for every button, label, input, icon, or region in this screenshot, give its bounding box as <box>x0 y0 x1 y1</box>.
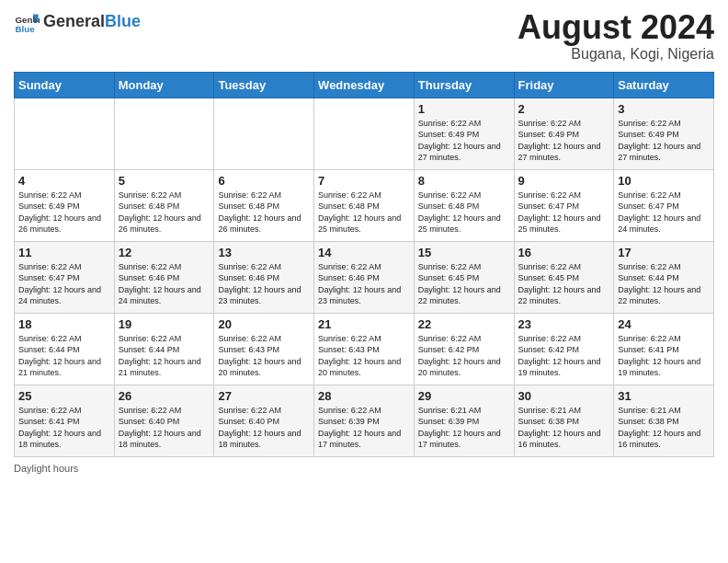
table-row: 11Sunrise: 6:22 AM Sunset: 6:47 PM Dayli… <box>15 241 115 313</box>
day-info: Sunrise: 6:22 AM Sunset: 6:47 PM Dayligh… <box>518 190 610 236</box>
day-number: 4 <box>18 174 110 188</box>
day-info: Sunrise: 6:21 AM Sunset: 6:38 PM Dayligh… <box>618 405 710 451</box>
table-row: 2Sunrise: 6:22 AM Sunset: 6:49 PM Daylig… <box>514 98 614 169</box>
location: Bugana, Kogi, Nigeria <box>518 46 714 63</box>
day-info: Sunrise: 6:22 AM Sunset: 6:44 PM Dayligh… <box>119 333 210 379</box>
day-number: 8 <box>418 174 510 188</box>
day-info: Sunrise: 6:22 AM Sunset: 6:48 PM Dayligh… <box>119 190 210 236</box>
day-info: Sunrise: 6:22 AM Sunset: 6:42 PM Dayligh… <box>418 333 510 379</box>
table-row: 23Sunrise: 6:22 AM Sunset: 6:42 PM Dayli… <box>514 313 614 385</box>
day-info: Sunrise: 6:22 AM Sunset: 6:46 PM Dayligh… <box>119 261 210 307</box>
table-row: 18Sunrise: 6:22 AM Sunset: 6:44 PM Dayli… <box>15 313 115 385</box>
table-row: 29Sunrise: 6:21 AM Sunset: 6:39 PM Dayli… <box>414 385 514 456</box>
table-row: 7Sunrise: 6:22 AM Sunset: 6:48 PM Daylig… <box>314 169 415 241</box>
day-info: Sunrise: 6:22 AM Sunset: 6:41 PM Dayligh… <box>618 333 710 379</box>
day-number: 28 <box>318 389 410 403</box>
day-number: 23 <box>518 317 610 331</box>
table-row: 19Sunrise: 6:22 AM Sunset: 6:44 PM Dayli… <box>114 313 214 385</box>
table-row: 3Sunrise: 6:22 AM Sunset: 6:49 PM Daylig… <box>614 98 714 169</box>
day-number: 13 <box>218 246 310 259</box>
day-number: 17 <box>618 246 710 259</box>
day-info: Sunrise: 6:22 AM Sunset: 6:46 PM Dayligh… <box>218 261 310 307</box>
logo-general: General <box>43 12 105 30</box>
calendar-header-row: Sunday Monday Tuesday Wednesday Thursday… <box>15 72 714 98</box>
calendar-week-row: 25Sunrise: 6:22 AM Sunset: 6:41 PM Dayli… <box>15 385 714 456</box>
month-title: August 2024 <box>518 9 714 46</box>
table-row: 4Sunrise: 6:22 AM Sunset: 6:49 PM Daylig… <box>15 169 115 241</box>
day-info: Sunrise: 6:22 AM Sunset: 6:47 PM Dayligh… <box>618 190 710 236</box>
day-number: 14 <box>318 246 410 259</box>
table-row: 14Sunrise: 6:22 AM Sunset: 6:46 PM Dayli… <box>314 241 415 313</box>
col-sunday: Sunday <box>15 72 115 98</box>
table-row: 20Sunrise: 6:22 AM Sunset: 6:43 PM Dayli… <box>214 313 314 385</box>
day-number: 9 <box>518 174 610 188</box>
col-wednesday: Wednesday <box>314 72 415 98</box>
day-info: Sunrise: 6:22 AM Sunset: 6:44 PM Dayligh… <box>18 333 110 379</box>
col-friday: Friday <box>514 72 614 98</box>
table-row: 15Sunrise: 6:22 AM Sunset: 6:45 PM Dayli… <box>414 241 514 313</box>
calendar-week-row: 1Sunrise: 6:22 AM Sunset: 6:49 PM Daylig… <box>15 98 714 169</box>
day-number: 27 <box>218 389 310 403</box>
table-row: 24Sunrise: 6:22 AM Sunset: 6:41 PM Dayli… <box>614 313 714 385</box>
table-row <box>114 98 214 169</box>
day-number: 5 <box>119 174 210 188</box>
daylight-hours-label: Daylight hours <box>14 463 78 474</box>
day-number: 30 <box>518 389 610 403</box>
page-container: General Blue GeneralBlue August 2024 Bug… <box>0 0 728 483</box>
table-row: 13Sunrise: 6:22 AM Sunset: 6:46 PM Dayli… <box>214 241 314 313</box>
day-number: 21 <box>318 317 410 331</box>
day-number: 26 <box>119 389 210 403</box>
logo-blue: Blue <box>105 12 141 30</box>
day-info: Sunrise: 6:22 AM Sunset: 6:49 PM Dayligh… <box>518 118 610 164</box>
calendar-week-row: 4Sunrise: 6:22 AM Sunset: 6:49 PM Daylig… <box>15 169 714 241</box>
day-number: 15 <box>418 246 510 259</box>
table-row: 22Sunrise: 6:22 AM Sunset: 6:42 PM Dayli… <box>414 313 514 385</box>
table-row: 9Sunrise: 6:22 AM Sunset: 6:47 PM Daylig… <box>514 169 614 241</box>
day-info: Sunrise: 6:22 AM Sunset: 6:48 PM Dayligh… <box>218 190 310 236</box>
day-number: 12 <box>119 246 210 259</box>
day-info: Sunrise: 6:22 AM Sunset: 6:46 PM Dayligh… <box>318 261 410 307</box>
day-info: Sunrise: 6:22 AM Sunset: 6:41 PM Dayligh… <box>18 405 110 451</box>
day-info: Sunrise: 6:22 AM Sunset: 6:40 PM Dayligh… <box>119 405 210 451</box>
table-row <box>314 98 415 169</box>
day-info: Sunrise: 6:22 AM Sunset: 6:49 PM Dayligh… <box>418 118 510 164</box>
generalblue-logo-icon: General Blue <box>14 9 40 35</box>
day-info: Sunrise: 6:22 AM Sunset: 6:49 PM Dayligh… <box>618 118 710 164</box>
day-info: Sunrise: 6:22 AM Sunset: 6:44 PM Dayligh… <box>618 261 710 307</box>
table-row: 21Sunrise: 6:22 AM Sunset: 6:43 PM Dayli… <box>314 313 415 385</box>
day-info: Sunrise: 6:21 AM Sunset: 6:38 PM Dayligh… <box>518 405 610 451</box>
day-info: Sunrise: 6:21 AM Sunset: 6:39 PM Dayligh… <box>418 405 510 451</box>
table-row: 31Sunrise: 6:21 AM Sunset: 6:38 PM Dayli… <box>614 385 714 456</box>
day-info: Sunrise: 6:22 AM Sunset: 6:48 PM Dayligh… <box>318 190 410 236</box>
day-info: Sunrise: 6:22 AM Sunset: 6:43 PM Dayligh… <box>318 333 410 379</box>
day-number: 24 <box>618 317 710 331</box>
table-row: 10Sunrise: 6:22 AM Sunset: 6:47 PM Dayli… <box>614 169 714 241</box>
day-number: 11 <box>18 246 110 259</box>
day-number: 10 <box>618 174 710 188</box>
col-tuesday: Tuesday <box>214 72 314 98</box>
table-row: 5Sunrise: 6:22 AM Sunset: 6:48 PM Daylig… <box>114 169 214 241</box>
day-info: Sunrise: 6:22 AM Sunset: 6:43 PM Dayligh… <box>218 333 310 379</box>
table-row: 6Sunrise: 6:22 AM Sunset: 6:48 PM Daylig… <box>214 169 314 241</box>
table-row: 1Sunrise: 6:22 AM Sunset: 6:49 PM Daylig… <box>414 98 514 169</box>
logo: General Blue GeneralBlue <box>14 9 141 35</box>
table-row: 12Sunrise: 6:22 AM Sunset: 6:46 PM Dayli… <box>114 241 214 313</box>
col-monday: Monday <box>114 72 214 98</box>
day-number: 3 <box>618 102 710 116</box>
day-number: 19 <box>119 317 210 331</box>
day-info: Sunrise: 6:22 AM Sunset: 6:40 PM Dayligh… <box>218 405 310 451</box>
day-number: 25 <box>18 389 110 403</box>
day-number: 20 <box>218 317 310 331</box>
title-area: August 2024 Bugana, Kogi, Nigeria <box>518 9 714 63</box>
svg-text:Blue: Blue <box>15 24 35 34</box>
table-row: 17Sunrise: 6:22 AM Sunset: 6:44 PM Dayli… <box>614 241 714 313</box>
table-row: 26Sunrise: 6:22 AM Sunset: 6:40 PM Dayli… <box>114 385 214 456</box>
table-row <box>15 98 115 169</box>
calendar-week-row: 18Sunrise: 6:22 AM Sunset: 6:44 PM Dayli… <box>15 313 714 385</box>
table-row: 16Sunrise: 6:22 AM Sunset: 6:45 PM Dayli… <box>514 241 614 313</box>
day-number: 1 <box>418 102 510 116</box>
day-number: 18 <box>18 317 110 331</box>
day-info: Sunrise: 6:22 AM Sunset: 6:49 PM Dayligh… <box>18 190 110 236</box>
table-row: 8Sunrise: 6:22 AM Sunset: 6:48 PM Daylig… <box>414 169 514 241</box>
table-row: 30Sunrise: 6:21 AM Sunset: 6:38 PM Dayli… <box>514 385 614 456</box>
